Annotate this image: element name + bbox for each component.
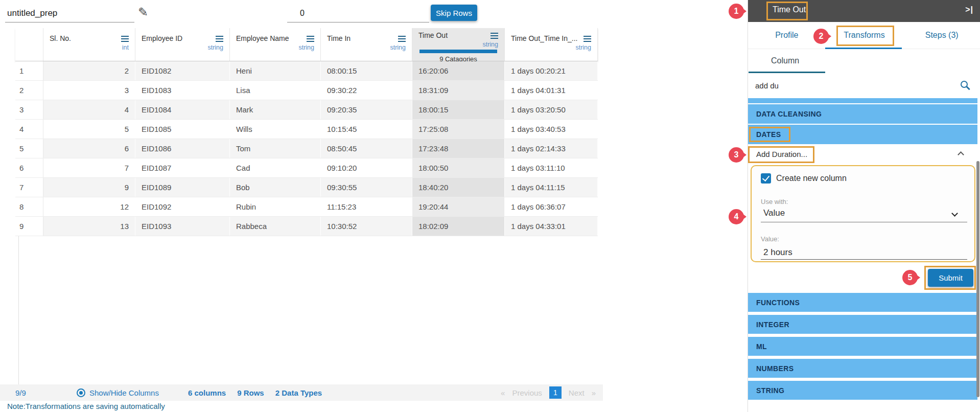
column-label: Time In bbox=[327, 34, 351, 42]
skip-rows-input[interactable] bbox=[287, 4, 429, 22]
chevron-down-icon bbox=[951, 210, 958, 217]
cell-row-number: 9 bbox=[15, 217, 43, 236]
table-row[interactable]: 4 5 EID1085 Wills 10:15:45 17:25:08 1 da… bbox=[15, 120, 598, 139]
pagination-current-page[interactable]: 1 bbox=[549, 386, 562, 399]
column-type: string bbox=[511, 44, 591, 51]
column-menu-icon[interactable] bbox=[398, 36, 406, 42]
transform-sections-bottom: FUNCTIONSINTEGERMLNUMBERSSTRING bbox=[748, 293, 977, 403]
data-table: Sl. No. int Employee ID string Employee … bbox=[15, 28, 598, 236]
transform-category-functions[interactable]: FUNCTIONS bbox=[748, 293, 977, 312]
section-strip bbox=[748, 98, 977, 103]
show-hide-columns-button[interactable]: Show/Hide Columns bbox=[77, 388, 188, 397]
row-count: 9/9 bbox=[15, 388, 77, 397]
table-row[interactable]: 9 13 EID1093 Rabbeca 10:30:52 18:02:09 1… bbox=[15, 217, 598, 236]
panel-header: Time Out >| bbox=[748, 0, 980, 22]
column-header-rownum bbox=[15, 28, 43, 61]
column-type: string bbox=[142, 44, 223, 51]
cell-employee-name: Mark bbox=[230, 100, 321, 119]
column-menu-icon[interactable] bbox=[307, 36, 314, 42]
table-row[interactable]: 2 3 EID1083 Lisa 09:30:22 18:31:09 1 day… bbox=[15, 81, 598, 100]
skip-rows-button[interactable]: Skip Rows bbox=[431, 5, 477, 21]
cell-employee-id: EID1089 bbox=[135, 178, 230, 197]
prep-name-input[interactable] bbox=[5, 4, 134, 22]
transform-category-dates[interactable]: DATES bbox=[748, 125, 977, 144]
column-label: Employee Name bbox=[236, 34, 289, 42]
chevron-up-icon[interactable] bbox=[958, 151, 964, 158]
column-type: string bbox=[236, 44, 314, 51]
transform-item-add-duration[interactable]: Add Duration... bbox=[748, 144, 977, 164]
cell-row-number: 6 bbox=[15, 158, 43, 177]
column-menu-icon[interactable] bbox=[491, 33, 498, 39]
cell-duration: 1 days 06:36:07 bbox=[505, 197, 598, 216]
value-label: Value: bbox=[761, 235, 779, 243]
cell-duration: 1 days 03:40:53 bbox=[505, 120, 598, 139]
table-row[interactable]: 7 9 EID1089 Bob 09:30:55 18:40:20 1 days… bbox=[15, 178, 598, 197]
pagination-first-icon[interactable]: « bbox=[501, 388, 505, 397]
cell-time-out: 18:00:15 bbox=[412, 100, 505, 119]
search-icon[interactable] bbox=[961, 81, 968, 88]
column-menu-icon[interactable] bbox=[584, 36, 591, 42]
edit-pencil-icon[interactable]: ✎ bbox=[138, 5, 148, 19]
cell-row-number: 7 bbox=[15, 178, 43, 197]
cell-row-number: 5 bbox=[15, 139, 43, 158]
table-row[interactable]: 1 2 EID1082 Heni 08:00:15 16:20:06 1 day… bbox=[15, 61, 598, 81]
column-header-duration[interactable]: Time Out_Time In_... string bbox=[505, 28, 598, 61]
cell-row-number: 2 bbox=[15, 81, 43, 100]
transform-category-integer[interactable]: INTEGER bbox=[748, 315, 977, 334]
cell-time-in: 10:30:52 bbox=[321, 217, 412, 236]
transform-search-input[interactable] bbox=[755, 77, 960, 94]
cell-employee-name: Lisa bbox=[230, 81, 321, 100]
use-with-select[interactable]: Value bbox=[761, 208, 967, 222]
autosave-note: Note:Transformations are saving automati… bbox=[7, 402, 165, 410]
transform-category-ml[interactable]: ML bbox=[748, 337, 977, 356]
column-header-sl-no[interactable]: Sl. No. int bbox=[43, 28, 135, 61]
summary-data-types: 2 Data Types bbox=[275, 388, 322, 397]
column-label: Employee ID bbox=[142, 34, 182, 42]
cell-duration: 1 days 04:01:31 bbox=[505, 81, 598, 100]
column-header-time-out[interactable]: Time Out string 9 Catagories bbox=[412, 28, 505, 61]
cell-time-out: 18:00:50 bbox=[412, 158, 505, 177]
pagination-last-icon[interactable]: » bbox=[592, 388, 596, 397]
column-label: Time Out_Time In_... bbox=[511, 34, 577, 42]
pagination: « Previous 1 Next » bbox=[501, 386, 596, 399]
transform-sections-top: DATA CLEANSINGDATES bbox=[748, 104, 977, 145]
table-row[interactable]: 6 7 EID1087 Cad 09:10:20 18:00:50 1 days… bbox=[15, 158, 598, 178]
table-row[interactable]: 3 4 EID1084 Mark 09:20:35 18:00:15 1 day… bbox=[15, 100, 598, 120]
tab-transforms[interactable]: Transforms bbox=[826, 22, 903, 49]
eye-icon bbox=[77, 388, 85, 397]
column-header-employee-name[interactable]: Employee Name string bbox=[230, 28, 321, 61]
cell-employee-name: Rubin bbox=[230, 197, 321, 216]
cell-employee-name: Wills bbox=[230, 120, 321, 139]
create-new-column-checkbox[interactable] bbox=[761, 173, 771, 184]
table-row[interactable]: 8 12 EID1092 Rubin 11:15:23 19:20:44 1 d… bbox=[15, 197, 598, 217]
table-row[interactable]: 5 6 EID1086 Tom 08:50:45 17:23:48 1 days… bbox=[15, 139, 598, 158]
collapse-panel-icon[interactable]: >| bbox=[965, 5, 973, 14]
transform-category-numbers[interactable]: NUMBERS bbox=[748, 359, 977, 378]
column-header-time-in[interactable]: Time In string bbox=[321, 28, 412, 61]
column-menu-icon[interactable] bbox=[216, 36, 223, 42]
checkbox-label: Create new column bbox=[776, 174, 847, 183]
panel-scrollbar[interactable] bbox=[976, 161, 979, 397]
cell-employee-id: EID1087 bbox=[135, 158, 230, 177]
value-input[interactable] bbox=[761, 245, 967, 260]
cell-employee-id: EID1083 bbox=[135, 81, 230, 100]
transform-category-string[interactable]: STRING bbox=[748, 381, 977, 400]
submit-button[interactable]: Submit bbox=[928, 269, 973, 287]
annotation-pin-1: 1 bbox=[729, 4, 744, 19]
column-label: Sl. No. bbox=[50, 34, 71, 42]
tab-steps[interactable]: Steps (3) bbox=[903, 22, 980, 49]
cell-employee-name: Rabbeca bbox=[230, 217, 321, 236]
annotation-pin-5: 5 bbox=[902, 270, 918, 285]
cell-duration: 1 days 03:20:50 bbox=[505, 100, 598, 119]
pagination-previous[interactable]: Previous bbox=[512, 388, 542, 397]
category-distribution-bar bbox=[419, 50, 497, 53]
cell-duration: 1 days 02:14:33 bbox=[505, 139, 598, 158]
column-detail-panel: Time Out >| Profile Transforms Steps (3)… bbox=[748, 0, 980, 412]
column-menu-icon[interactable] bbox=[121, 36, 129, 42]
annotation-pin-2: 2 bbox=[813, 29, 829, 44]
cell-employee-id: EID1093 bbox=[135, 217, 230, 236]
pagination-next[interactable]: Next bbox=[569, 388, 585, 397]
tab-column[interactable]: Column bbox=[771, 56, 799, 65]
transform-category-data-cleansing[interactable]: DATA CLEANSING bbox=[748, 104, 977, 124]
column-header-employee-id[interactable]: Employee ID string bbox=[135, 28, 230, 61]
